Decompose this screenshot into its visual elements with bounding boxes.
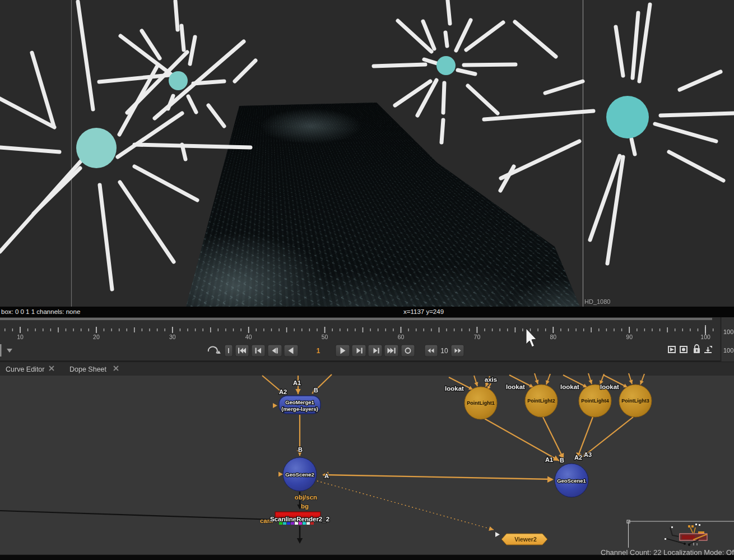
svg-text:40: 40 <box>245 334 252 340</box>
svg-text:10: 10 <box>17 334 24 340</box>
svg-text:B: B <box>314 387 318 394</box>
svg-text:A2: A2 <box>574 454 582 461</box>
svg-text:A1: A1 <box>293 379 301 386</box>
svg-text:lookat: lookat <box>560 383 579 390</box>
svg-text:20: 20 <box>93 334 100 340</box>
svg-text:Dope Sheet: Dope Sheet <box>69 365 107 373</box>
svg-text:PointLight3: PointLight3 <box>621 398 649 404</box>
svg-text:PointLight2: PointLight2 <box>527 398 555 404</box>
svg-text:B: B <box>298 446 303 453</box>
svg-text:A3: A3 <box>584 451 592 458</box>
svg-text:100: 100 <box>723 347 733 354</box>
svg-text:50: 50 <box>322 334 328 340</box>
svg-text:Viewer2: Viewer2 <box>514 536 537 543</box>
svg-text:70: 70 <box>474 334 481 340</box>
svg-text:ScanlineRender2_2: ScanlineRender2_2 <box>270 516 329 522</box>
svg-text:Channel Count: 22 Localization: Channel Count: 22 Localization Mode: Off <box>601 548 734 557</box>
svg-text:90: 90 <box>626 334 633 340</box>
svg-text:PointLight4: PointLight4 <box>581 398 609 404</box>
svg-text:GeoScene1: GeoScene1 <box>557 478 586 484</box>
svg-text:80: 80 <box>550 334 556 340</box>
svg-text:PointLight1: PointLight1 <box>467 400 495 406</box>
svg-text:bg: bg <box>301 503 309 510</box>
svg-text:Curve Editor: Curve Editor <box>6 365 44 373</box>
svg-text:GeoMerge1: GeoMerge1 <box>285 399 314 405</box>
svg-text:obj/scn: obj/scn <box>295 494 317 501</box>
svg-text:A1: A1 <box>545 456 553 463</box>
svg-text:GeoScene2: GeoScene2 <box>285 471 314 478</box>
svg-text:1: 1 <box>317 347 320 355</box>
svg-text:30: 30 <box>169 334 176 340</box>
svg-text:axis: axis <box>485 376 497 383</box>
svg-text:A: A <box>324 473 329 479</box>
svg-text:60: 60 <box>398 334 405 340</box>
svg-text:HD_1080: HD_1080 <box>584 298 610 305</box>
svg-text:B: B <box>560 457 564 464</box>
svg-text:lookat: lookat <box>445 385 464 392</box>
svg-text:(merge-layers): (merge-layers) <box>281 406 318 412</box>
svg-text:10: 10 <box>440 347 448 355</box>
svg-text:lookat: lookat <box>506 383 525 390</box>
svg-text:A2: A2 <box>279 388 287 395</box>
svg-text:100: 100 <box>723 328 733 335</box>
svg-text:lookat: lookat <box>600 383 619 390</box>
svg-text:I: I <box>227 347 229 355</box>
